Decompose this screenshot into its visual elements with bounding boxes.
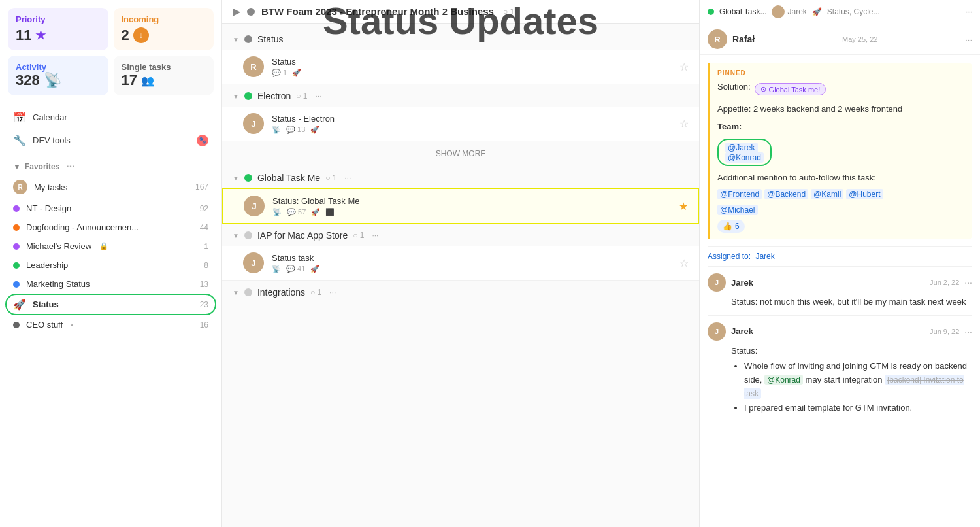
electron-task-star[interactable]: ☆ [679,118,689,130]
iap-more-icon[interactable]: ··· [372,231,378,240]
status-group-name: Status [257,34,284,44]
panel-user-row: R Rafał May 25, 22 ··· [700,24,980,55]
global-task-info: Status: Global Task Me 📡 💬 57 🚀 ⬛ [272,196,671,216]
electron-task-name: Status - Electron [272,114,672,124]
ceo-lock-icon: • [71,321,73,329]
reaction-badge[interactable]: 👍 6 [717,220,745,233]
electron-group-name: Electron [257,91,291,101]
sidebar-item-ceo-stuff[interactable]: CEO stuff • 16 [5,315,216,334]
integrations-group-dot [244,288,252,296]
marketing-status-label: Marketing Status [26,279,90,289]
main-header-meta: ○ 1 [503,7,514,16]
task-group-status-header[interactable]: ▼ Status [222,29,699,50]
global-more-icon[interactable]: ··· [344,173,351,182]
sidebar-item-marketing-status[interactable]: Marketing Status 13 [5,275,216,294]
status-task-star[interactable]: ☆ [679,61,689,73]
sidebar-item-nt-design[interactable]: NT - Design 92 [5,199,216,218]
global-group-chevron: ▼ [233,175,239,182]
sidebar-item-dogfooding[interactable]: Dogfooding - Announcemen... 44 [5,218,216,237]
task-group-electron-header[interactable]: ▼ Electron ○ 1 ··· [222,86,699,107]
task-status-iap[interactable]: J Status task 📡 💬 41 🚀 ☆ [222,246,699,280]
global-group-dot [244,174,252,182]
task-group-integrations: ▼ Integrations ○ 1 ··· [222,282,699,303]
task-status[interactable]: R Status 💬 1 🚀 ☆ [222,50,699,84]
panel-content: PINNED Solution: ⊙ Global Task me! Appet… [700,55,980,527]
activity-cards: Activity 328 📡 Single tasks 17 👥 [0,56,221,103]
my-tasks-label: My tasks [34,182,67,192]
comment-2-date: Jun 9, 22 [930,328,959,335]
priority-star-icon: ★ [35,28,46,42]
sidebar-item-leadership[interactable]: Leadership 8 [5,256,216,275]
reaction-row: 👍 6 [717,220,964,233]
status-rocket-icon: 🚀 [292,69,301,77]
task-group-electron: ▼ Electron ○ 1 ··· J Status - Electron 📡… [222,86,699,166]
nav-dev-tools[interactable]: 🔧 DEV tools 🐾 [5,129,216,152]
iap-task-info: Status task 📡 💬 41 🚀 [272,253,672,273]
activity-card[interactable]: Activity 328 📡 [8,56,108,95]
michaels-review-dot [13,243,20,250]
global-task-star[interactable]: ★ [679,200,688,212]
leadership-count: 8 [204,261,208,270]
sidebar-item-my-tasks[interactable]: R My tasks 167 [5,175,216,199]
hubert-tag: @Hubert [846,189,883,199]
incoming-card-title: Incoming [122,14,206,24]
electron-comment-icon: 💬 13 [286,126,305,134]
favorites-section-header[interactable]: ▼ Favorites ··· [0,154,221,175]
incoming-card[interactable]: Incoming 2 ↓ [114,8,214,50]
iap-task-star[interactable]: ☆ [679,257,689,269]
panel-header-avatar [772,5,785,18]
global-group-count: ○ 1 [325,173,336,182]
status-task-info: Status 💬 1 🚀 [272,57,672,77]
pinned-note: PINNED Solution: ⊙ Global Task me! Appet… [708,63,972,239]
integrations-more-icon[interactable]: ··· [329,288,336,297]
panel-user-label: Jarek [787,7,806,16]
favorites-more-icon[interactable]: ··· [66,161,74,173]
global-task-badge-text: Global Task me! [769,86,821,94]
status-group-chevron: ▼ [233,36,239,43]
global-group-name: Global Task Me [257,173,320,183]
circle-check-icon: ⊙ [760,85,766,94]
sidebar-item-status[interactable]: 🚀 Status 23 [5,294,216,315]
mention-tags-row: @Frontend @Backend @Kamil @Hubert [717,189,964,199]
favorites-label: Favorites [25,162,59,171]
electron-more-icon[interactable]: ··· [316,92,322,101]
panel-status-cycle-label: Status, Cycle... [827,7,880,16]
header-status-dot [247,8,255,16]
electron-group-chevron: ▼ [233,93,239,100]
electron-feed-icon: 📡 [272,126,281,134]
iap-comment-icon: 💬 41 [286,265,305,273]
priority-card[interactable]: Priority 11 ★ [8,8,108,50]
single-tasks-card[interactable]: Single tasks 17 👥 [114,56,214,95]
task-status-electron[interactable]: J Status - Electron 📡 💬 13 🚀 ☆ [222,107,699,141]
task-status-global-task-me[interactable]: J Status: Global Task Me 📡 💬 57 🚀 ⬛ ★ [222,188,699,224]
comment-2-dots[interactable]: ··· [964,326,972,337]
dogfooding-label: Dogfooding - Announcemen... [26,222,139,232]
reaction-count: 6 [735,222,740,231]
people-icon: 👥 [141,75,154,87]
lock-icon: 🔒 [99,242,108,250]
team-label: Team: [717,120,964,133]
panel-user-dots[interactable]: ··· [965,35,972,44]
task-group-iap-header[interactable]: ▼ IAP for Mac App Store ○ 1 ··· [222,225,699,246]
kamil-tag: @Kamil [811,189,843,199]
integrations-group-count: ○ 1 [310,288,321,297]
show-more-button[interactable]: SHOW MORE [222,141,699,166]
pinned-label: PINNED [717,69,964,76]
marketing-status-count: 13 [200,280,208,289]
global-task-badge: ⊙ Global Task me! [755,83,826,95]
task-group-integrations-header[interactable]: ▼ Integrations ○ 1 ··· [222,282,699,303]
task-group-global-header[interactable]: ▼ Global Task Me ○ 1 ··· [222,167,699,188]
sidebar-item-michaels-review[interactable]: Michael's Review 🔒 1 [5,237,216,256]
panel-header-dots[interactable]: ··· [966,7,972,16]
nav-calendar[interactable]: 📅 Calendar [5,106,216,129]
konrad-mention: @Konrad [764,375,803,385]
comment-1-avatar: J [708,273,726,292]
michaels-review-count: 1 [204,242,208,251]
electron-task-info: Status - Electron 📡 💬 13 🚀 [272,114,672,134]
global-feed-icon: 📡 [272,208,282,216]
status-group-dot [244,35,252,43]
comment-1-dots[interactable]: ··· [964,277,972,288]
panel-header-dot [708,8,714,15]
team-jarek-tag: @Jarek [725,143,758,153]
global-square-icon: ⬛ [325,208,335,216]
